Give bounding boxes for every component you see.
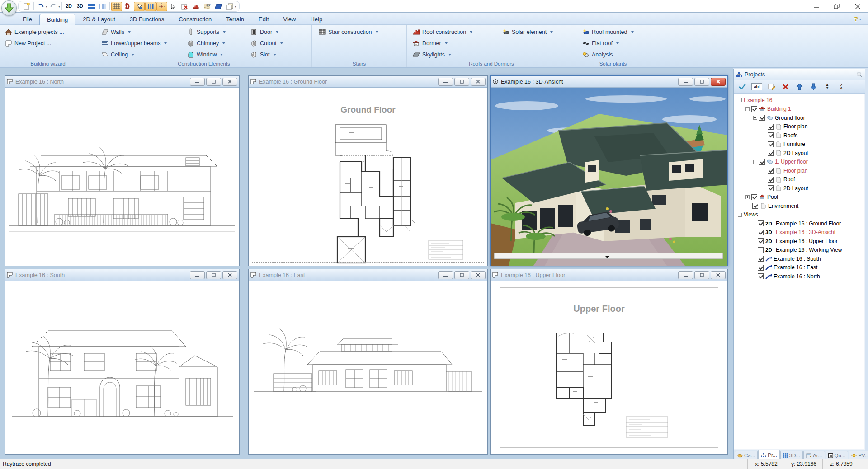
cutout-button[interactable]: Cutout [248,38,309,49]
restore-button[interactable] [694,271,709,279]
tree-item-building1[interactable]: Building 1 [734,105,864,114]
window-south[interactable]: Example 16 : South [5,269,240,455]
minimize-button[interactable] [678,271,693,279]
visibility-checkbox[interactable] [768,132,774,138]
tree-item-upper-roof[interactable]: Roof [734,175,864,184]
window-ground-floor-titlebar[interactable]: Example 16 : Ground Floor [249,76,487,88]
lower-upper-beams-button[interactable]: Lower/upper beams [99,38,183,49]
door-button[interactable]: Door [248,26,309,38]
2d-view-icon[interactable]: 2D [63,2,74,11]
tree-item-example16[interactable]: Example 16 [734,96,864,105]
upper-floor-canvas[interactable]: Upper Floor [491,281,727,454]
window-upper-floor-titlebar[interactable]: Example 16 : Upper Floor [491,269,727,281]
tab-building[interactable]: Building [39,14,75,25]
tab-help[interactable]: Help [303,14,330,25]
close-button[interactable] [222,271,237,279]
skylight-tool-icon[interactable] [213,2,224,11]
tab-3d-functions[interactable]: 3D Functions [123,14,172,25]
tree-item-environment[interactable]: Environment [734,202,864,211]
south-elevation-canvas[interactable] [5,281,239,454]
window-button[interactable]: Window [185,49,248,60]
tree-item-pool[interactable]: Pool [734,193,864,202]
tab-construction[interactable]: Construction [171,14,219,25]
visibility-checkbox[interactable] [768,168,774,174]
supports-button[interactable]: Supports [185,26,248,38]
visibility-checkbox[interactable] [758,238,764,244]
stair-construction-button[interactable]: Stair construction [316,26,380,38]
example-projects-button[interactable]: Example projects ... [3,26,66,38]
restore-button[interactable] [694,78,709,86]
visibility-checkbox[interactable] [768,185,774,191]
dormer-button[interactable]: Dormer [410,38,500,49]
window-north-titlebar[interactable]: Example 16 : North [5,76,239,88]
close-button[interactable] [711,78,726,86]
tab-projects[interactable]: Pr... [758,450,779,460]
visibility-checkbox[interactable] [752,203,758,209]
vertical-panes-icon[interactable] [97,2,108,11]
tab-view[interactable]: View [276,14,303,25]
visibility-checkbox[interactable] [759,159,765,165]
3d-view-icon[interactable]: 3D [75,2,85,11]
pin-panel-icon[interactable] [856,71,863,78]
resize-grip[interactable] [860,459,868,469]
collapse-icon[interactable] [738,98,742,102]
flat-roof-button[interactable]: Flat roof [580,38,636,49]
minimize-button[interactable] [438,271,453,279]
visibility-checkbox[interactable] [751,194,757,200]
sort-descending-icon[interactable]: ZA [836,82,846,92]
restore-button[interactable] [454,78,469,86]
apply-check-icon[interactable] [737,82,747,92]
walls-button[interactable]: Walls [99,26,183,38]
restore-button[interactable] [206,78,221,86]
visibility-checkbox[interactable] [759,115,765,121]
ground-floor-canvas[interactable]: Ground Floor [249,88,487,266]
roof-construction-button[interactable]: Roof construction [410,26,500,38]
window-north[interactable]: Example 16 : North [5,75,240,266]
analysis-button[interactable]: Analysis [580,49,636,60]
tree-view-working-view[interactable]: 2D Example 16 : Working View [734,246,864,255]
tree-item-ground-floor[interactable]: Ground floor [734,113,864,122]
tree-view-ground-floor[interactable]: 2D Example 16 : Ground Floor [734,219,864,228]
new-document-icon[interactable] [21,2,32,11]
tree-item-views[interactable]: Views [734,211,864,220]
close-button[interactable] [222,78,237,86]
close-button[interactable] [471,271,486,279]
visibility-checkbox[interactable] [758,256,764,262]
horizontal-panes-icon[interactable] [86,2,97,11]
restore-button[interactable] [454,271,469,279]
tree-view-north[interactable]: Example 16 : North [734,272,864,281]
collapse-icon[interactable] [753,116,757,120]
ceiling-button[interactable]: Ceiling [99,49,183,60]
close-button[interactable] [711,271,726,279]
visibility-checkbox[interactable] [768,150,774,156]
render-3d-canvas[interactable] [491,88,727,266]
tree-item-floor-plan[interactable]: Floor plan [734,122,864,131]
window-south-titlebar[interactable]: Example 16 : South [5,269,239,281]
north-elevation-canvas[interactable] [5,88,239,266]
close-button[interactable] [471,78,486,86]
undo-icon[interactable] [35,2,46,11]
tree-view-east[interactable]: Example 16 : East [734,263,864,272]
delete-icon[interactable] [780,82,790,92]
snap-magnet-icon[interactable] [123,2,133,11]
close-button[interactable] [847,0,868,13]
move-down-icon[interactable] [808,82,818,92]
tree-item-furniture[interactable]: Furniture [734,140,864,149]
move-up-icon[interactable] [794,82,804,92]
tree-item-upper-floor-plan[interactable]: Floor plan [734,166,864,175]
window-ground-floor[interactable]: Example 16 : Ground Floor Ground Floor [248,75,488,266]
sort-ascending-icon[interactable]: AZ [822,82,832,92]
visibility-checkbox[interactable] [751,106,757,112]
help-button[interactable]: ?▾ [851,14,864,23]
tree-item-roofs[interactable]: Roofs [734,131,864,140]
delete-selection-icon[interactable] [179,2,190,11]
chimney-button[interactable]: Chimney [185,38,248,49]
solar-element-button[interactable]: Solar element [500,26,572,38]
tree-item-upper-floor[interactable]: 1. Upper floor [734,158,864,167]
new-project-button[interactable]: New Project ... [3,38,66,49]
minimize-button[interactable] [190,78,205,86]
qat-overflow-icon[interactable]: ≡▾ [206,3,211,7]
visibility-checkbox[interactable] [768,141,774,147]
restore-button[interactable] [826,0,847,13]
collapse-icon[interactable] [753,160,757,164]
